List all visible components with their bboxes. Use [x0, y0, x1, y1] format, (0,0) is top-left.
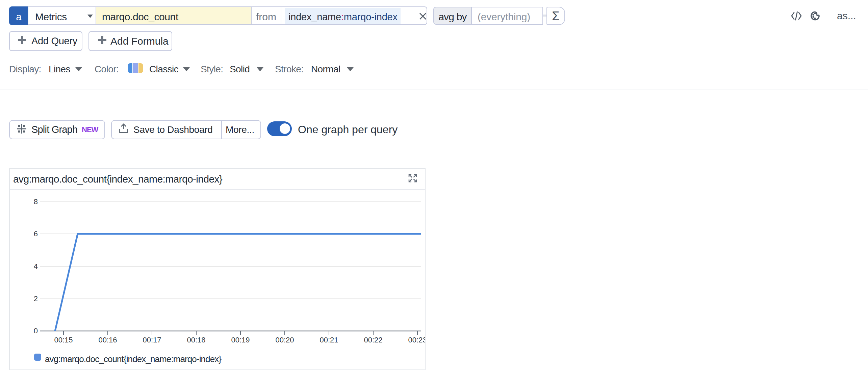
svg-text:00:16: 00:16 — [98, 336, 117, 344]
svg-text:00:21: 00:21 — [320, 336, 338, 344]
svg-text:4: 4 — [34, 262, 38, 270]
svg-text:00:22: 00:22 — [364, 336, 382, 344]
svg-text:8: 8 — [34, 197, 38, 206]
svg-text:6: 6 — [34, 230, 38, 238]
svg-text:00:19: 00:19 — [231, 336, 250, 344]
svg-text:00:20: 00:20 — [275, 336, 294, 344]
svg-text:00:23: 00:23 — [408, 336, 425, 344]
svg-text:0: 0 — [34, 327, 38, 335]
svg-text:2: 2 — [34, 294, 38, 303]
svg-text:00:18: 00:18 — [187, 336, 205, 344]
svg-text:00:17: 00:17 — [143, 336, 161, 344]
svg-text:00:15: 00:15 — [54, 336, 73, 344]
